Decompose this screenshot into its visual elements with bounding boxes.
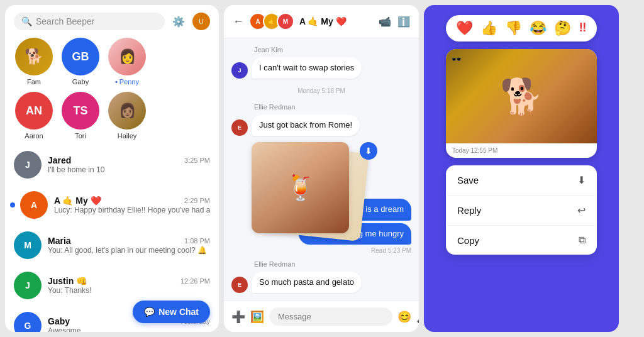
gaby-preview: Awesome.: [48, 326, 210, 332]
dog-image-container: 🐕 🕶️ Today 12:55 PM: [446, 49, 597, 158]
ellie-avatar: E: [231, 119, 248, 136]
context-menu-save[interactable]: Save ⬇: [446, 165, 597, 196]
maria-avatar: M: [14, 231, 42, 259]
msg-row-jean: J I can't wait to swap stories: [231, 57, 411, 79]
message-input[interactable]: [269, 307, 392, 326]
info-icon[interactable]: ℹ️: [397, 16, 410, 28]
plus-icon[interactable]: ➕: [231, 310, 245, 324]
context-menu-copy[interactable]: Copy ⧉: [446, 226, 597, 255]
bubble-tori[interactable]: TS Tori: [60, 92, 101, 140]
copy-label: Copy: [457, 235, 479, 246]
msg-group-jean: Jean Kim J I can't wait to swap stories: [231, 46, 411, 79]
mid-avatar-3: M: [277, 13, 294, 30]
reply-icon: ↩: [577, 204, 586, 216]
justin-name: Justin 👊: [48, 276, 87, 286]
time-divider: Monday 5:18 PM: [231, 87, 411, 94]
chat-item-jared[interactable]: J Jared 3:25 PM I'll be home in 10: [5, 145, 219, 185]
img-card-front: 🍹: [252, 142, 349, 233]
user-avatar-header[interactable]: U: [192, 13, 210, 30]
maria-content: Maria 1:08 PM You: All good, let's plan …: [48, 236, 210, 255]
react-laugh[interactable]: 😂: [530, 20, 547, 36]
gaby-chat-name: Gaby: [48, 316, 70, 326]
msg-jean: I can't wait to swap stories: [252, 57, 362, 79]
header-icons: ⚙️ U: [170, 13, 210, 30]
mic-icon[interactable]: 🎤: [416, 310, 419, 324]
msg-row-ellie-2: E So much pasta and gelato: [231, 272, 411, 293]
context-menu-reply[interactable]: Reply ↩: [446, 196, 597, 226]
jared-preview: I'll be home in 10: [48, 165, 210, 174]
bubble-aaron-label: Aaron: [25, 132, 43, 140]
search-icon: 🔍: [21, 16, 32, 26]
bubble-hailey[interactable]: 👩🏽 Hailey: [107, 92, 147, 140]
maria-preview: You: All good, let's plan in our meeting…: [48, 246, 210, 255]
bubble-gaby-label: Gaby: [72, 78, 89, 86]
image-icon[interactable]: 🖼️: [250, 310, 264, 324]
jared-name: Jared: [48, 155, 71, 165]
react-think[interactable]: 🤔: [554, 20, 571, 36]
bubble-penny[interactable]: 👩 • Penny: [107, 38, 147, 86]
chat-item-justin[interactable]: J Justin 👊 12:26 PM You: Thanks!: [5, 265, 219, 306]
emoji-reactions-bar: ❤️ 👍 👎 😂 🤔 ‼️: [446, 15, 596, 41]
save-icon: ⬇: [577, 174, 586, 186]
sender-ellie: Ellie Redman: [231, 103, 411, 111]
react-exclaim[interactable]: ‼️: [579, 20, 586, 36]
react-heart[interactable]: ❤️: [456, 20, 473, 36]
emoji-icon[interactable]: 😊: [397, 310, 411, 324]
maria-time: 1:08 PM: [184, 237, 210, 245]
mid-header: ← A 🤙 M A 🤙 My ❤️ 📹 ℹ️: [224, 5, 419, 38]
bubble-hailey-label: Hailey: [118, 132, 137, 140]
maria-name: Maria: [48, 236, 71, 246]
aaron-avatar: AN: [15, 92, 53, 130]
dog-image: 🐕 🕶️: [446, 49, 597, 143]
jared-avatar: J: [14, 151, 42, 179]
back-button[interactable]: ←: [233, 15, 244, 28]
jared-content: Jared 3:25 PM I'll be home in 10: [48, 155, 210, 174]
jared-time: 3:25 PM: [184, 157, 210, 164]
msg-row-ellie-1: E Just got back from Rome!: [231, 114, 411, 136]
copy-icon: ⧉: [579, 235, 586, 246]
bubble-aaron[interactable]: AN Aaron: [14, 92, 54, 140]
justin-preview: You: Thanks!: [48, 286, 210, 295]
tori-avatar: TS: [62, 92, 99, 130]
chat-item-maria[interactable]: M Maria 1:08 PM You: All good, let's pla…: [5, 225, 219, 265]
download-button-mid[interactable]: ⬇: [360, 142, 377, 160]
image-stack: 🍹 ⬇: [252, 142, 377, 172]
messages-area: Jean Kim J I can't wait to swap stories …: [224, 38, 419, 301]
mid-header-icons: 📹 ℹ️: [379, 16, 410, 28]
new-chat-button[interactable]: 💬 New Chat: [133, 301, 210, 323]
sender-ellie-2: Ellie Redman: [231, 260, 411, 268]
react-thumbsup[interactable]: 👍: [480, 20, 497, 36]
search-bar: 🔍 Search Beeper ⚙️ U: [5, 5, 219, 35]
reply-label: Reply: [457, 205, 481, 216]
right-panel: ❤️ 👍 👎 😂 🤔 ‼️ 🐕 🕶️ Today 12:55 PM Save ⬇…: [424, 5, 619, 332]
bubble-gaby[interactable]: Welcome to blue bubbles! GB Gaby: [60, 38, 101, 86]
react-thumbsdown[interactable]: 👎: [505, 20, 522, 36]
save-label: Save: [457, 175, 479, 185]
mid-header-title: A 🤙 My ❤️: [299, 16, 374, 26]
amy-content: A 🤙 My ❤️ 2:29 PM Lucy: Happy birthday E…: [54, 196, 210, 214]
gaby-avatar: GB: [62, 38, 99, 75]
search-placeholder: Search Beeper: [36, 16, 94, 26]
amy-avatar: A: [20, 191, 48, 219]
settings-icon[interactable]: ⚙️: [170, 13, 187, 30]
mid-input-bar: ➕ 🖼️ 😊 🎤: [224, 301, 419, 332]
bubbles-section: 🐕 Fam Welcome to blue bubbles! GB Gaby 👩…: [5, 35, 219, 145]
context-menu: Save ⬇ Reply ↩ Copy ⧉: [446, 165, 597, 255]
msg-ellie-1: Just got back from Rome!: [252, 114, 360, 136]
search-input-wrap[interactable]: 🔍 Search Beeper: [14, 13, 165, 30]
bubbles-row-1: 🐕 Fam Welcome to blue bubbles! GB Gaby 👩…: [14, 38, 210, 86]
video-icon[interactable]: 📹: [379, 16, 391, 28]
justin-avatar: J: [14, 272, 42, 299]
msg-group-ellie-2: Ellie Redman E So much pasta and gelato: [231, 260, 411, 293]
gaby-chat-avatar: G: [14, 312, 42, 332]
bubble-fam[interactable]: 🐕 Fam: [14, 38, 54, 86]
mid-header-avatars: A 🤙 M: [249, 13, 294, 30]
dog-timestamp: Today 12:55 PM: [446, 143, 597, 158]
msg-read-receipt: Read 5:23 PM: [231, 247, 411, 254]
bubble-fam-label: Fam: [27, 78, 41, 86]
justin-time: 12:26 PM: [180, 277, 210, 285]
msg-ellie-2: So much pasta and gelato: [252, 272, 362, 293]
justin-content: Justin 👊 12:26 PM You: Thanks!: [48, 276, 210, 295]
bubbles-row-2: AN Aaron TS Tori 👩🏽 Hailey: [14, 92, 210, 140]
chat-item-amy[interactable]: A A 🤙 My ❤️ 2:29 PM Lucy: Happy birthday…: [5, 185, 219, 225]
